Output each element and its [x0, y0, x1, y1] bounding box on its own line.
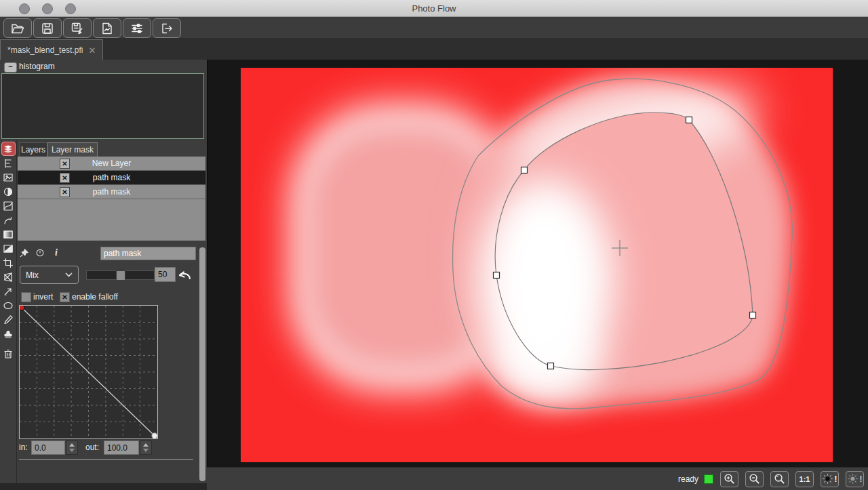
sun-gray-icon [847, 473, 859, 485]
tab-layers-label: Layers [21, 145, 45, 155]
main-toolbar [0, 17, 868, 38]
in-spinner[interactable] [66, 441, 78, 455]
document-tab-bar: *mask_blend_test.pfi ✕ [0, 38, 868, 60]
enable-falloff-label: enable falloff [72, 292, 118, 302]
perspective-tool-icon[interactable] [1, 270, 16, 284]
enable-falloff-checkbox[interactable]: ✕ [60, 292, 70, 302]
layer-row-new-layer[interactable]: ✕ New Layer [18, 157, 205, 171]
layers-icon [3, 144, 14, 155]
layer-name: New Layer [18, 159, 205, 168]
save-button[interactable] [33, 18, 62, 38]
crop-tool-icon[interactable] [1, 256, 16, 270]
tab-layer-mask-label: Layer mask [52, 145, 94, 155]
curves-tool-icon[interactable] [1, 199, 16, 213]
zoom-fit-button[interactable] [770, 471, 789, 487]
tab-close-icon[interactable]: ✕ [88, 45, 96, 56]
window-title: Photo Flow [412, 3, 456, 14]
spinner-up-icon[interactable] [143, 443, 149, 447]
adjustments-tool-icon[interactable] [1, 156, 16, 170]
warp-tool-icon[interactable] [1, 213, 16, 227]
trash-tool-icon[interactable] [1, 346, 16, 361]
control-point[interactable] [494, 272, 500, 279]
window-zoom-button[interactable] [65, 3, 76, 14]
in-value-field[interactable]: 0.0 [31, 441, 65, 455]
curve-point-selected[interactable] [19, 305, 24, 310]
falloff-curve-editor[interactable] [19, 305, 158, 439]
sliders-icon [130, 22, 144, 35]
opacity-slider-handle[interactable] [116, 270, 125, 281]
document-tab[interactable]: *mask_blend_test.pfi ✕ [0, 39, 103, 60]
in-label: in: [19, 443, 28, 452]
exit-button[interactable] [153, 18, 181, 38]
bottom-strip [0, 483, 207, 490]
ellipse-tool-icon[interactable] [1, 298, 16, 312]
opacity-slider[interactable] [86, 270, 155, 280]
highlight-clip-warning-button[interactable]: ! [821, 471, 839, 487]
left-panel: − histogram [0, 60, 207, 483]
out-spinner[interactable] [140, 441, 152, 455]
control-point[interactable] [521, 167, 528, 173]
open-file-button[interactable] [3, 18, 32, 38]
spinner-down-icon[interactable] [69, 449, 75, 452]
clone-tool-icon[interactable] [1, 327, 16, 341]
split-preview-tool-icon[interactable] [1, 241, 16, 256]
mask-name-field[interactable]: path mask [100, 247, 196, 260]
contrast-tool-icon[interactable] [1, 184, 16, 199]
layer-visible-checkbox[interactable]: ✕ [60, 173, 70, 183]
zoom-fit-icon [773, 472, 786, 485]
save-as-button[interactable] [63, 18, 92, 38]
control-point[interactable] [686, 117, 692, 123]
histogram-collapse-button[interactable]: − [4, 62, 17, 73]
settings-button[interactable] [123, 18, 151, 38]
zoom-100-button[interactable]: 1:1 [795, 471, 814, 487]
layer-row-path-mask-selected[interactable]: ✕ path mask [18, 171, 205, 185]
shadow-clip-warning-button[interactable]: ! [846, 471, 864, 487]
zoom-out-icon [748, 472, 761, 485]
layer-visible-checkbox[interactable]: ✕ [60, 159, 70, 169]
layer-name: path mask [18, 173, 205, 182]
window-close-button[interactable] [19, 3, 30, 14]
chevron-down-icon [65, 272, 73, 277]
histogram-display [1, 73, 204, 139]
control-point[interactable] [750, 312, 756, 319]
save-as-floppy-pencil-icon [71, 22, 84, 35]
gradient-tool-icon[interactable] [1, 227, 16, 241]
out-label: out: [85, 443, 99, 452]
image-view[interactable] [241, 68, 833, 462]
warning-mark: ! [859, 474, 862, 484]
tool-strip [0, 140, 17, 483]
pin-icon[interactable] [18, 247, 30, 259]
spinner-down-icon[interactable] [143, 449, 149, 452]
image-tool-icon[interactable] [1, 170, 16, 184]
spinner-up-icon[interactable] [69, 443, 75, 447]
undo-icon[interactable] [176, 268, 192, 283]
invert-label: invert [33, 292, 53, 302]
panel-scrollbar[interactable] [199, 247, 205, 481]
curve-line [21, 307, 155, 436]
reset-icon[interactable] [34, 247, 46, 259]
tab-layers[interactable]: Layers [19, 142, 47, 157]
layer-name: path mask [18, 187, 205, 197]
curve-point[interactable] [152, 433, 157, 438]
zoom-in-icon [723, 472, 736, 485]
blend-mode-dropdown[interactable]: Mix [20, 266, 79, 284]
exit-arrow-icon [160, 22, 174, 35]
opacity-value-field[interactable]: 50 [155, 267, 176, 282]
move-tool-icon[interactable] [1, 284, 16, 298]
control-point[interactable] [548, 363, 554, 369]
export-image-button[interactable] [93, 18, 121, 38]
window-minimize-button[interactable] [42, 3, 53, 14]
invert-checkbox[interactable] [21, 292, 31, 302]
tab-layer-mask[interactable]: Layer mask [47, 142, 98, 157]
draw-tool-icon[interactable] [1, 312, 16, 327]
info-icon[interactable]: i [50, 247, 62, 259]
layer-row-path-mask[interactable]: ✕ path mask [18, 185, 205, 199]
zoom-in-button[interactable] [720, 471, 738, 487]
layers-tool-icon[interactable] [1, 142, 16, 156]
out-value-field[interactable]: 100.0 [104, 441, 139, 455]
save-floppy-icon [41, 22, 54, 35]
zoom-out-button[interactable] [745, 471, 764, 487]
layer-visible-checkbox[interactable]: ✕ [60, 187, 70, 197]
canvas-area[interactable] [207, 60, 868, 467]
open-folder-icon [11, 22, 24, 35]
